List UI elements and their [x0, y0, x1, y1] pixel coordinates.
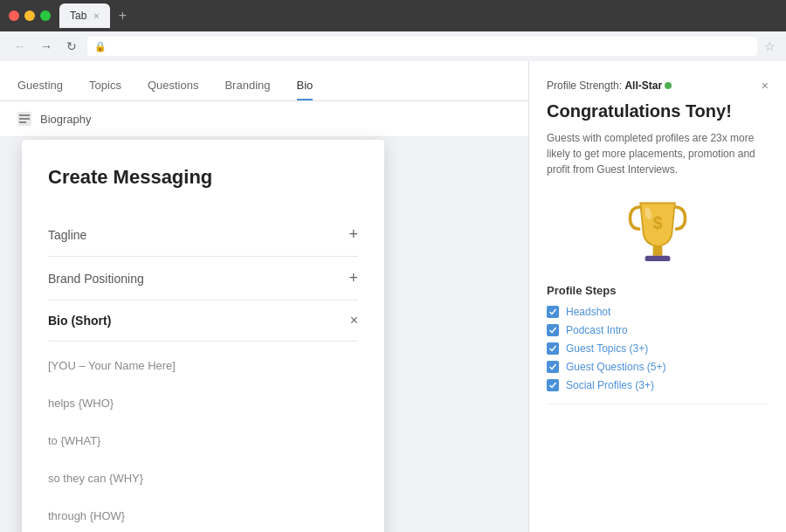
- close-window-button[interactable]: [9, 10, 19, 21]
- svg-rect-2: [19, 121, 26, 123]
- bio-line-who: helps {WHO}: [48, 393, 358, 413]
- tab-questions[interactable]: Questions: [148, 72, 199, 100]
- bio-line-you: [YOU – Your Name Here]: [48, 356, 358, 376]
- social-profiles-checkbox: [547, 379, 559, 391]
- create-messaging-card: Create Messaging Tagline + Brand Positio…: [22, 140, 384, 532]
- traffic-lights: [9, 10, 51, 21]
- svg-rect-1: [19, 118, 30, 120]
- brand-positioning-label: Brand Positioning: [48, 272, 144, 286]
- congrats-text: Guests with completed profiles are 23x m…: [547, 130, 769, 177]
- svg-rect-0: [19, 114, 30, 116]
- bio-line-why: so they can {WHY}: [48, 468, 358, 488]
- headshot-label[interactable]: Headshot: [566, 306, 610, 318]
- bookmark-icon[interactable]: ☆: [764, 39, 776, 53]
- minimize-window-button[interactable]: [24, 10, 35, 21]
- main-area: Guesting Topics Questions Branding Bio: [0, 61, 786, 532]
- congrats-title: Congratulations Tony!: [547, 101, 769, 121]
- headshot-checkbox: [547, 306, 559, 318]
- biography-label: Biography: [40, 113, 92, 126]
- step-podcast-intro: Podcast Intro: [547, 324, 769, 336]
- bio-icon: [17, 112, 31, 126]
- guest-topics-label[interactable]: Guest Topics (3+): [566, 342, 648, 355]
- messaging-item-tagline: Tagline +: [48, 213, 358, 257]
- bio-line-how: through {HOW}: [48, 506, 358, 526]
- svg-rect-3: [653, 246, 663, 256]
- step-guest-questions: Guest Questions (5+): [547, 361, 769, 373]
- podcast-intro-label[interactable]: Podcast Intro: [566, 324, 628, 336]
- bio-line-what: to {WHAT}: [48, 431, 358, 451]
- messaging-item-brand: Brand Positioning +: [48, 257, 358, 301]
- svg-text:$: $: [652, 213, 662, 232]
- tagline-label: Tagline: [48, 228, 86, 242]
- refresh-button[interactable]: ↻: [63, 38, 80, 55]
- nav-bar: ← → ↻ 🔒 ☆: [0, 31, 786, 61]
- tab-bio[interactable]: Bio: [297, 72, 314, 100]
- bio-short-close-button[interactable]: ×: [350, 313, 358, 328]
- back-button[interactable]: ←: [10, 38, 30, 55]
- trophy-area: $: [547, 191, 769, 270]
- divider: [547, 404, 769, 404]
- podcast-intro-checkbox: [547, 324, 559, 336]
- tab-topics[interactable]: Topics: [89, 72, 121, 100]
- brand-add-button[interactable]: +: [348, 269, 358, 287]
- tab-guesting[interactable]: Guesting: [17, 72, 63, 100]
- guest-topics-checkbox: [547, 342, 559, 355]
- profile-steps-list: Headshot Podcast Intro Guest Topics (3+): [547, 306, 769, 391]
- page-content: Guesting Topics Questions Branding Bio: [0, 61, 786, 532]
- tab-title: Tab: [70, 10, 86, 22]
- address-bar[interactable]: 🔒: [87, 37, 757, 56]
- tab-bar: Tab × +: [59, 3, 777, 28]
- step-headshot: Headshot: [547, 306, 769, 318]
- panel-close-button[interactable]: ×: [762, 79, 769, 93]
- profile-steps-title: Profile Steps: [547, 284, 769, 297]
- maximize-window-button[interactable]: [40, 10, 51, 21]
- new-tab-button[interactable]: +: [114, 8, 132, 24]
- profile-strength-text: Profile Strength: All-Star: [547, 79, 672, 92]
- card-title: Create Messaging: [48, 166, 358, 189]
- guest-questions-label[interactable]: Guest Questions (5+): [566, 361, 665, 373]
- bio-template: [YOU – Your Name Here] helps {WHO} to {W…: [48, 342, 358, 526]
- panel-header: Profile Strength: All-Star ×: [547, 79, 769, 93]
- messaging-item-bio-short: Bio (Short) ×: [48, 301, 358, 342]
- guest-questions-checkbox: [547, 361, 559, 373]
- tagline-add-button[interactable]: +: [348, 225, 358, 244]
- tab-close-button[interactable]: ×: [93, 10, 99, 21]
- step-guest-topics: Guest Topics (3+): [547, 342, 769, 355]
- strength-badge: [665, 82, 672, 89]
- active-tab[interactable]: Tab ×: [59, 3, 110, 28]
- lock-icon: 🔒: [94, 41, 107, 52]
- strength-dot: [665, 82, 672, 89]
- right-panel: Profile Strength: All-Star × Congratulat…: [528, 61, 786, 532]
- profile-strength-value: All-Star: [624, 79, 662, 92]
- trophy-icon: $: [618, 191, 697, 270]
- bio-short-label: Bio (Short): [48, 314, 111, 328]
- tab-branding[interactable]: Branding: [224, 72, 270, 100]
- step-social-profiles: Social Profiles (3+): [547, 379, 769, 391]
- forward-button[interactable]: →: [37, 38, 56, 55]
- social-profiles-label[interactable]: Social Profiles (3+): [566, 379, 654, 391]
- svg-rect-4: [645, 256, 671, 261]
